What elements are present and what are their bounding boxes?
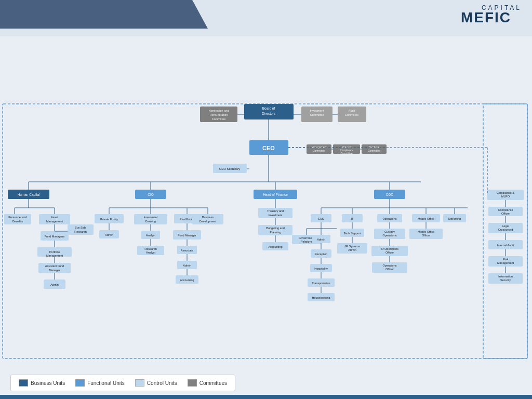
marketing-label: Marketing <box>448 217 461 220</box>
legend-control-units-label: Control Units <box>147 380 177 386</box>
associate-label: Associate <box>181 249 193 252</box>
legend-business-units: Business Units <box>19 379 65 387</box>
nomination-label2: Remuneration <box>210 113 228 116</box>
reception-label: Reception <box>315 252 328 256</box>
legend-committees: Committees <box>188 379 227 387</box>
inv-banking-label: Investment <box>144 216 158 219</box>
operations-officer-label2: Officer <box>385 268 394 271</box>
page: Organization Chart MEFIC CAPITAL .box-da… <box>0 0 532 399</box>
analyst-label: Analyst <box>146 234 156 237</box>
biz-dev-label2: Development <box>200 220 217 223</box>
transportation-label: Transportation <box>312 282 330 285</box>
ceo-label: CEO <box>262 145 275 151</box>
purchase-committee-label2: Committee <box>368 149 380 152</box>
inv-banking-label2: Banking <box>145 220 156 223</box>
legend-control-units-box <box>135 379 144 387</box>
asst-fund-mgr-label2: Manager <box>49 269 60 272</box>
jr-systems-label2: Admin <box>348 248 356 251</box>
ess-label: ESS <box>318 217 324 220</box>
legend-functional-units: Functional Units <box>75 379 125 387</box>
accounting-fin-label: Accounting <box>268 245 282 248</box>
jr-systems-label: JR Systems <box>344 245 360 248</box>
legend-functional-units-box <box>75 379 85 387</box>
compliance-mlro-label: Compliance & <box>497 191 515 194</box>
operations-officer-label: Operations <box>383 264 397 267</box>
research-analyst-label: Research <box>144 247 157 250</box>
bottom-bar <box>0 395 532 399</box>
compliance-officer-label: Compliance <box>498 208 513 211</box>
info-security-label2: Security <box>500 278 511 282</box>
board-label: Board of <box>262 107 275 110</box>
risk-compliance-label3: Committee <box>340 152 353 155</box>
buy-side-label2: Research <box>74 230 87 233</box>
human-capital-label: Human Capital <box>18 193 41 197</box>
treasury-label: Treasury and <box>267 209 284 212</box>
legend-business-units-label: Business Units <box>31 380 65 386</box>
admin-re-label: Admin <box>183 264 191 267</box>
personnel-label: Personnel and <box>8 216 26 219</box>
legend-functional-units-label: Functional Units <box>87 380 125 386</box>
investment-committee-label2: Committee <box>310 113 324 116</box>
legend-committees-label: Committees <box>200 380 227 386</box>
budgeting-label2: Planning <box>270 231 281 234</box>
custody-ops-label2: Operations <box>383 234 397 237</box>
investment-committee-label: Investment <box>310 109 324 112</box>
operations-label: Operations <box>383 217 397 220</box>
board-label2: Directors <box>262 112 276 115</box>
mgmt-committee-label2: Committee <box>313 149 325 152</box>
budgeting-label: Budgeting and <box>266 227 284 230</box>
chart-area: .box-dark { fill: #2c5f8a; } .box-medium… <box>0 36 532 379</box>
title-background <box>0 0 208 29</box>
legend: Business Units Functional Units Control … <box>10 375 235 391</box>
fund-managers-label: Fund Managers <box>45 235 65 238</box>
housekeeping-label: Housekeeping <box>312 296 330 299</box>
research-analyst-label2: Analyst <box>146 251 156 254</box>
header: Organization Chart MEFIC CAPITAL <box>0 0 532 36</box>
middle-office-officer-label: Middle Office <box>418 230 434 233</box>
fund-manager-re-label: Fund Manager <box>178 234 196 237</box>
risk-compliance-label2: Compliance <box>340 149 353 152</box>
admin-ess-label: Admin <box>317 238 325 241</box>
custody-ops-label: Custody <box>384 230 395 233</box>
sr-operations-label: Sr Operations <box>381 247 398 250</box>
personnel-label2: Benefits <box>12 220 23 223</box>
compliance-officer-label2: Officer <box>501 212 510 215</box>
info-security-label: Information <box>498 275 513 278</box>
hospitality-label: Hospitality <box>314 267 328 270</box>
biz-dev-label: Business <box>202 216 214 219</box>
accounting-re-label: Accounting <box>180 278 194 282</box>
nomination-label: Nomination and <box>209 109 229 112</box>
real-estate-label: Real Estate <box>180 218 194 221</box>
logo-mefic: MEFIC <box>461 9 511 26</box>
risk-mgmt-label: Risk <box>503 258 509 261</box>
portfolio-label: Portfolio <box>49 250 60 254</box>
legend-committees-box <box>188 379 197 387</box>
legend-control-units: Control Units <box>135 379 177 387</box>
cio-label: CIO <box>148 193 154 196</box>
buy-side-label: Buy Side <box>75 226 86 229</box>
nomination-label3: Committee <box>212 117 226 121</box>
mgmt-committee-label: Management <box>311 145 327 149</box>
tech-support-label: Tech Support <box>344 232 361 235</box>
internal-audit-label: Internal Audit <box>497 244 514 247</box>
govt-relations-label2: Relations <box>301 240 313 243</box>
it-label: IT <box>351 217 354 220</box>
sr-operations-label2: Officer <box>385 251 394 254</box>
legend-business-units-box <box>19 379 28 387</box>
admin-am-label: Admin <box>50 283 59 286</box>
asst-fund-mgr-label: Assistant Fund <box>45 264 64 268</box>
private-equity-label: Private Equity <box>100 218 118 221</box>
audit-committee-label: Audit <box>349 109 355 112</box>
legal-outsourced-label2: Outsourced <box>498 228 513 231</box>
purchase-committee-label: Purchase <box>368 145 379 149</box>
middle-office-label: Middle Office <box>418 217 434 220</box>
treasury-label2: Investment <box>269 214 283 217</box>
head-finance-label: Head of Finance <box>263 193 288 196</box>
compliance-mlro-label2: MLRO <box>501 195 510 198</box>
risk-mgmt-label2: Management <box>497 261 514 264</box>
ceo-secretary-label: CEO Secretary <box>219 167 240 170</box>
legal-outsourced-label: Legal <box>502 224 509 228</box>
admin-pe-label: Admin <box>105 233 113 236</box>
coo-label: COO <box>386 193 394 196</box>
asset-mgmt-label2: Management <box>46 220 63 223</box>
